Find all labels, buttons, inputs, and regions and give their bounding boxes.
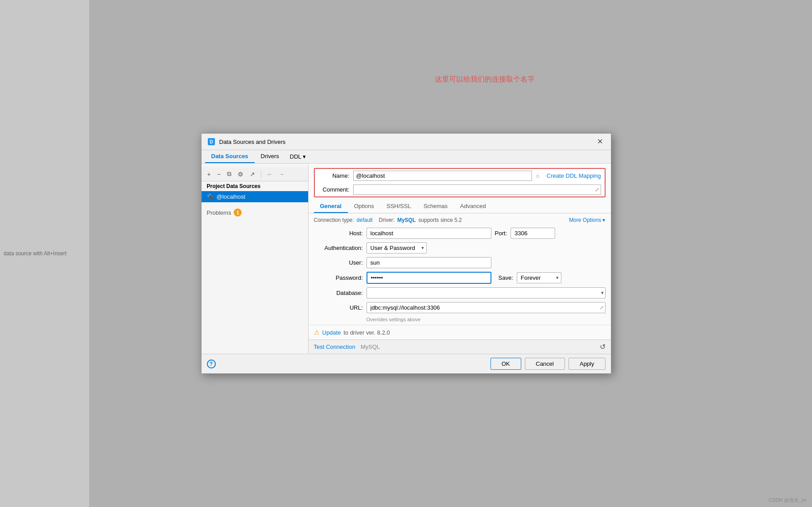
comment-expand-btn[interactable]: ⤢ — [595, 187, 599, 193]
warning-text: to driver ver. 8.2.0 — [343, 329, 390, 336]
save-select-wrapper: Forever For session Never — [517, 272, 561, 283]
password-input[interactable] — [367, 272, 491, 284]
url-label: URL: — [314, 304, 363, 311]
form-section: Host: Port: Authentication: User & Passw… — [309, 225, 611, 325]
tab-ssh-ssl[interactable]: SSH/SSL — [380, 200, 417, 213]
comment-label: Comment: — [318, 186, 350, 193]
host-label: Host: — [314, 230, 363, 237]
chinese-annotation: 这里可以给我们的连接取个名字 — [435, 75, 535, 84]
auth-select[interactable]: User & Password No auth Username — [367, 242, 427, 254]
problems-label: Problems — [207, 209, 231, 216]
tab-schemas[interactable]: Schemas — [417, 200, 454, 213]
auth-select-wrapper: User & Password No auth Username — [367, 242, 427, 254]
dialog-title: Data Sources and Drivers — [219, 139, 591, 145]
left-panel: + − ⧉ ⚙ ↗ ← → Project Data Sources 🔌 @lo… — [202, 164, 309, 354]
host-port-row: Host: Port: — [314, 228, 606, 239]
settings-button[interactable]: ⚙ — [235, 169, 246, 179]
cancel-button[interactable]: Cancel — [525, 358, 565, 370]
url-row: URL: ⤢ — [314, 302, 606, 313]
help-button[interactable]: ? — [207, 360, 216, 368]
name-circle-icon: ○ — [536, 172, 539, 180]
dialog-icon: D — [207, 137, 216, 146]
problems-badge: 1 — [234, 209, 242, 217]
conn-type-label: Connection type: — [314, 217, 354, 223]
port-input[interactable] — [511, 228, 555, 239]
tab-data-sources[interactable]: Data Sources — [205, 150, 255, 163]
port-label: Port: — [495, 230, 507, 237]
conn-type-link[interactable]: default — [357, 217, 373, 223]
driver-name-label: MySQL — [361, 343, 380, 350]
driver-label: Driver: — [379, 217, 395, 223]
update-link[interactable]: Update — [322, 329, 341, 336]
section-title: Project Data Sources — [202, 181, 308, 191]
ok-button[interactable]: OK — [490, 358, 521, 370]
url-expand-btn[interactable]: ⤢ — [600, 305, 604, 311]
watermark: CSDN @淡水_zn — [769, 497, 807, 503]
conn-info-row: Connection type: default Driver: MySQL s… — [309, 215, 611, 225]
driver-link[interactable]: MySQL — [397, 217, 416, 223]
user-input[interactable] — [367, 257, 491, 268]
dialog-footer: ? OK Cancel Apply — [202, 354, 611, 373]
tab-general[interactable]: General — [314, 200, 348, 213]
database-input[interactable] — [367, 287, 606, 298]
tab-advanced[interactable]: Advanced — [454, 200, 492, 213]
auth-row: Authentication: User & Password No auth … — [314, 242, 606, 254]
add-button[interactable]: + — [205, 169, 213, 179]
comment-input[interactable] — [353, 184, 601, 195]
forward-button[interactable]: → — [276, 170, 286, 179]
tab-drivers[interactable]: Drivers — [255, 150, 285, 163]
refresh-button[interactable]: ↺ — [600, 343, 606, 351]
problems-row: Problems 1 — [202, 206, 308, 219]
name-input[interactable] — [353, 171, 532, 181]
name-label: Name: — [318, 172, 350, 179]
datasource-item-localhost[interactable]: 🔌 @localhost — [202, 191, 308, 202]
test-connection-link[interactable]: Test Connection — [314, 343, 355, 350]
database-label: Database: — [314, 290, 363, 296]
db-expand-btn[interactable]: ▾ — [601, 290, 604, 296]
bottom-actions: Test Connection MySQL ↺ — [309, 339, 611, 354]
auth-label: Authentication: — [314, 245, 363, 251]
remove-button[interactable]: − — [215, 169, 223, 179]
toolbar-separator — [261, 171, 261, 178]
sub-tabs-row: General Options SSH/SSL Schemas Advanced — [309, 200, 611, 213]
save-label: Save: — [499, 274, 513, 281]
name-comment-section: Name: ○ Create DDL Mapping Comment: ⤢ — [314, 168, 606, 197]
copy-button[interactable]: ⧉ — [225, 169, 234, 179]
url-hint: Overrides settings above — [314, 317, 606, 322]
close-button[interactable]: ✕ — [594, 137, 606, 146]
database-row: Database: ▾ — [314, 287, 606, 298]
left-hint: data source with Alt+Insert — [4, 250, 66, 257]
comment-row: Comment: ⤢ — [315, 183, 605, 196]
right-panel: Name: ○ Create DDL Mapping Comment: ⤢ Ge… — [309, 164, 611, 354]
create-ddl-link[interactable]: Create DDL Mapping — [547, 172, 601, 179]
tab-options[interactable]: Options — [348, 200, 380, 213]
dialog: D Data Sources and Drivers ✕ Data Source… — [201, 133, 611, 374]
url-input-wrapper: ⤢ — [367, 302, 606, 313]
password-row: Password: Save: Forever For session Neve… — [314, 272, 606, 284]
name-row: Name: ○ Create DDL Mapping — [315, 169, 605, 183]
user-row: User: — [314, 257, 606, 268]
content-area: + − ⧉ ⚙ ↗ ← → Project Data Sources 🔌 @lo… — [202, 164, 611, 354]
tab-ddl[interactable]: DDL ▾ — [285, 151, 310, 163]
save-select[interactable]: Forever For session Never — [517, 272, 561, 283]
url-input[interactable] — [367, 302, 606, 313]
warning-row: ⚠ Update to driver ver. 8.2.0 — [309, 325, 611, 339]
user-label: User: — [314, 259, 363, 266]
db-input-wrapper: ▾ — [367, 287, 606, 298]
back-button[interactable]: ← — [265, 170, 275, 179]
driver-info: supports since 5.2 — [418, 217, 462, 223]
datasource-icon: 🔌 — [207, 193, 214, 200]
svg-text:D: D — [210, 139, 213, 144]
apply-button[interactable]: Apply — [569, 358, 606, 370]
warning-icon: ⚠ — [314, 329, 320, 336]
datasource-label: @localhost — [217, 193, 246, 200]
toolbar-row: + − ⧉ ⚙ ↗ ← → — [202, 167, 308, 181]
export-button[interactable]: ↗ — [247, 169, 257, 179]
nav-tabs-row: Data Sources Drivers DDL ▾ — [202, 150, 611, 164]
titlebar: D Data Sources and Drivers ✕ — [202, 134, 611, 150]
comment-input-wrapper: ⤢ — [353, 184, 601, 195]
host-input[interactable] — [367, 228, 491, 239]
more-options-button[interactable]: More Options ▾ — [569, 217, 605, 223]
password-label: Password: — [314, 274, 363, 281]
